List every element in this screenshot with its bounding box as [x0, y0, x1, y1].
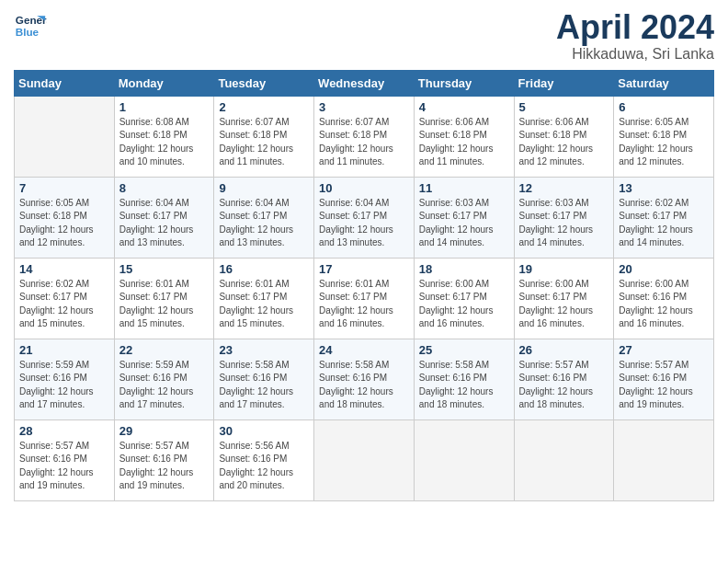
day-header-wednesday: Wednesday — [314, 70, 415, 96]
day-number: 16 — [219, 262, 309, 276]
day-number: 17 — [319, 262, 409, 276]
day-number: 4 — [419, 100, 509, 114]
day-info: Sunrise: 5:59 AM Sunset: 6:16 PM Dayligh… — [19, 359, 109, 412]
day-info: Sunrise: 6:04 AM Sunset: 6:17 PM Dayligh… — [119, 197, 210, 250]
calendar-cell: 29Sunrise: 5:57 AM Sunset: 6:16 PM Dayli… — [114, 419, 214, 500]
day-info: Sunrise: 5:57 AM Sunset: 6:16 PM Dayligh… — [619, 359, 709, 412]
calendar-cell: 13Sunrise: 6:02 AM Sunset: 6:17 PM Dayli… — [614, 177, 714, 258]
calendar-cell: 26Sunrise: 5:57 AM Sunset: 6:16 PM Dayli… — [514, 339, 614, 419]
calendar-cell — [514, 419, 614, 500]
day-number: 27 — [619, 343, 709, 357]
calendar-cell: 30Sunrise: 5:56 AM Sunset: 6:16 PM Dayli… — [214, 419, 314, 500]
day-number: 14 — [19, 262, 109, 276]
calendar-cell: 3Sunrise: 6:07 AM Sunset: 6:18 PM Daylig… — [314, 96, 415, 177]
day-info: Sunrise: 6:04 AM Sunset: 6:17 PM Dayligh… — [219, 197, 309, 250]
day-info: Sunrise: 6:04 AM Sunset: 6:17 PM Dayligh… — [319, 197, 409, 250]
logo: General Blue — [14, 9, 47, 42]
calendar-cell: 17Sunrise: 6:01 AM Sunset: 6:17 PM Dayli… — [314, 258, 415, 339]
day-info: Sunrise: 6:02 AM Sunset: 6:17 PM Dayligh… — [19, 278, 109, 331]
day-info: Sunrise: 5:56 AM Sunset: 6:16 PM Dayligh… — [219, 440, 309, 493]
calendar-week-1: 1Sunrise: 6:08 AM Sunset: 6:18 PM Daylig… — [15, 96, 714, 177]
day-header-thursday: Thursday — [414, 70, 514, 96]
calendar-cell: 6Sunrise: 6:05 AM Sunset: 6:18 PM Daylig… — [614, 96, 714, 177]
day-info: Sunrise: 6:05 AM Sunset: 6:18 PM Dayligh… — [19, 197, 109, 250]
calendar-cell — [614, 419, 714, 500]
calendar-cell: 8Sunrise: 6:04 AM Sunset: 6:17 PM Daylig… — [114, 177, 214, 258]
day-info: Sunrise: 6:03 AM Sunset: 6:17 PM Dayligh… — [519, 197, 609, 250]
calendar-cell: 4Sunrise: 6:06 AM Sunset: 6:18 PM Daylig… — [414, 96, 514, 177]
calendar-cell: 14Sunrise: 6:02 AM Sunset: 6:17 PM Dayli… — [15, 258, 115, 339]
calendar-header-row: SundayMondayTuesdayWednesdayThursdayFrid… — [15, 70, 714, 96]
calendar-title: April 2024 — [556, 9, 714, 46]
day-number: 7 — [19, 181, 109, 195]
day-header-tuesday: Tuesday — [214, 70, 314, 96]
day-header-saturday: Saturday — [614, 70, 714, 96]
day-info: Sunrise: 6:03 AM Sunset: 6:17 PM Dayligh… — [419, 197, 509, 250]
day-number: 11 — [419, 181, 509, 195]
calendar-cell: 28Sunrise: 5:57 AM Sunset: 6:16 PM Dayli… — [15, 419, 115, 500]
calendar-cell: 10Sunrise: 6:04 AM Sunset: 6:17 PM Dayli… — [314, 177, 415, 258]
calendar-week-5: 28Sunrise: 5:57 AM Sunset: 6:16 PM Dayli… — [15, 419, 714, 500]
day-info: Sunrise: 6:08 AM Sunset: 6:18 PM Dayligh… — [119, 116, 210, 169]
logo-icon: General Blue — [14, 9, 47, 42]
day-number: 30 — [219, 424, 309, 438]
day-info: Sunrise: 5:58 AM Sunset: 6:16 PM Dayligh… — [419, 359, 509, 412]
day-number: 2 — [219, 100, 309, 114]
calendar-cell: 24Sunrise: 5:58 AM Sunset: 6:16 PM Dayli… — [314, 339, 415, 419]
calendar-week-3: 14Sunrise: 6:02 AM Sunset: 6:17 PM Dayli… — [15, 258, 714, 339]
day-number: 23 — [219, 343, 309, 357]
day-info: Sunrise: 6:00 AM Sunset: 6:17 PM Dayligh… — [519, 278, 609, 331]
day-info: Sunrise: 6:07 AM Sunset: 6:18 PM Dayligh… — [319, 116, 409, 169]
day-number: 8 — [119, 181, 210, 195]
calendar-body: 1Sunrise: 6:08 AM Sunset: 6:18 PM Daylig… — [15, 96, 714, 500]
day-number: 20 — [619, 262, 709, 276]
day-info: Sunrise: 6:01 AM Sunset: 6:17 PM Dayligh… — [319, 278, 409, 331]
calendar-cell: 11Sunrise: 6:03 AM Sunset: 6:17 PM Dayli… — [414, 177, 514, 258]
svg-text:General: General — [16, 14, 47, 26]
day-info: Sunrise: 5:58 AM Sunset: 6:16 PM Dayligh… — [319, 359, 409, 412]
day-number: 10 — [319, 181, 409, 195]
calendar-cell: 16Sunrise: 6:01 AM Sunset: 6:17 PM Dayli… — [214, 258, 314, 339]
calendar-cell: 7Sunrise: 6:05 AM Sunset: 6:18 PM Daylig… — [15, 177, 115, 258]
day-info: Sunrise: 6:01 AM Sunset: 6:17 PM Dayligh… — [219, 278, 309, 331]
day-info: Sunrise: 5:57 AM Sunset: 6:16 PM Dayligh… — [519, 359, 609, 412]
day-info: Sunrise: 5:59 AM Sunset: 6:16 PM Dayligh… — [119, 359, 210, 412]
calendar-cell: 15Sunrise: 6:01 AM Sunset: 6:17 PM Dayli… — [114, 258, 214, 339]
day-header-friday: Friday — [514, 70, 614, 96]
calendar-cell: 2Sunrise: 6:07 AM Sunset: 6:18 PM Daylig… — [214, 96, 314, 177]
header: General Blue April 2024 Hikkaduwa, Sri L… — [14, 9, 714, 63]
day-number: 25 — [419, 343, 509, 357]
day-info: Sunrise: 6:05 AM Sunset: 6:18 PM Dayligh… — [619, 116, 709, 169]
day-number: 6 — [619, 100, 709, 114]
day-info: Sunrise: 6:07 AM Sunset: 6:18 PM Dayligh… — [219, 116, 309, 169]
day-header-monday: Monday — [114, 70, 214, 96]
day-info: Sunrise: 6:06 AM Sunset: 6:18 PM Dayligh… — [419, 116, 509, 169]
day-info: Sunrise: 6:00 AM Sunset: 6:16 PM Dayligh… — [619, 278, 709, 331]
calendar-cell: 9Sunrise: 6:04 AM Sunset: 6:17 PM Daylig… — [214, 177, 314, 258]
calendar-cell: 1Sunrise: 6:08 AM Sunset: 6:18 PM Daylig… — [114, 96, 214, 177]
day-number: 19 — [519, 262, 609, 276]
calendar-cell: 5Sunrise: 6:06 AM Sunset: 6:18 PM Daylig… — [514, 96, 614, 177]
day-number: 21 — [19, 343, 109, 357]
calendar-cell: 18Sunrise: 6:00 AM Sunset: 6:17 PM Dayli… — [414, 258, 514, 339]
calendar-cell: 25Sunrise: 5:58 AM Sunset: 6:16 PM Dayli… — [414, 339, 514, 419]
day-number: 28 — [19, 424, 109, 438]
day-number: 26 — [519, 343, 609, 357]
calendar-cell: 21Sunrise: 5:59 AM Sunset: 6:16 PM Dayli… — [15, 339, 115, 419]
calendar-subtitle: Hikkaduwa, Sri Lanka — [556, 46, 714, 63]
day-info: Sunrise: 6:01 AM Sunset: 6:17 PM Dayligh… — [119, 278, 210, 331]
calendar-cell — [15, 96, 115, 177]
day-number: 15 — [119, 262, 210, 276]
day-info: Sunrise: 5:57 AM Sunset: 6:16 PM Dayligh… — [119, 440, 210, 493]
title-area: April 2024 Hikkaduwa, Sri Lanka — [556, 9, 714, 63]
day-number: 9 — [219, 181, 309, 195]
day-number: 29 — [119, 424, 210, 438]
calendar-cell: 27Sunrise: 5:57 AM Sunset: 6:16 PM Dayli… — [614, 339, 714, 419]
calendar-cell: 22Sunrise: 5:59 AM Sunset: 6:16 PM Dayli… — [114, 339, 214, 419]
day-info: Sunrise: 5:58 AM Sunset: 6:16 PM Dayligh… — [219, 359, 309, 412]
day-number: 18 — [419, 262, 509, 276]
day-number: 12 — [519, 181, 609, 195]
day-info: Sunrise: 5:57 AM Sunset: 6:16 PM Dayligh… — [19, 440, 109, 493]
calendar-table: SundayMondayTuesdayWednesdayThursdayFrid… — [14, 70, 714, 501]
day-number: 24 — [319, 343, 409, 357]
